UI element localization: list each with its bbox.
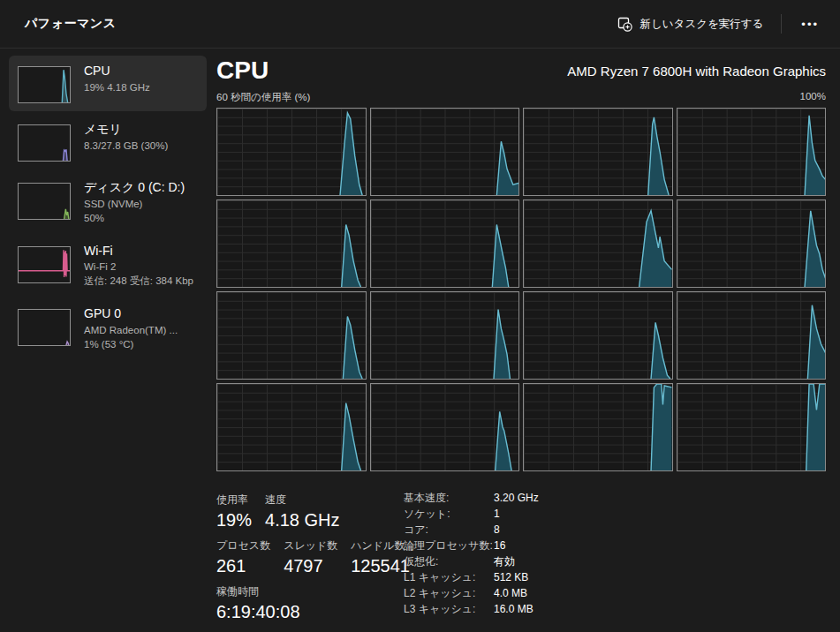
sidebar-item-gpu0[interactable]: GPU 0AMD Radeon(TM) ...1% (53 °C) [9, 298, 207, 359]
memory-mini-graph [18, 124, 71, 162]
ellipsis-icon[interactable]: ••• [792, 14, 828, 34]
content-area: CPU19% 4.18 GHzメモリ8.3/27.8 GB (30%)ディスク … [0, 48, 840, 632]
graph-caption-row: 60 秒間の使用率 (%) 100% [216, 91, 826, 104]
top-bar: パフォーマンス 新しいタスクを実行する ••• [0, 0, 840, 48]
toolbar-separator [781, 14, 782, 34]
stat-value: 261 [216, 556, 270, 576]
sidebar-item-cpu[interactable]: CPU19% 4.18 GHz [9, 56, 207, 111]
cpu-stats-dynamic: 使用率19%速度4.18 GHzプロセス数261スレッド数4797ハンドル数12… [216, 493, 404, 630]
logical-processor-15-graph[interactable] [523, 383, 673, 471]
sidebar-item-title: Wi-Fi [84, 244, 193, 260]
sidebar-item-title: メモリ [84, 122, 168, 138]
sidebar-item-subline: 8.3/27.8 GB (30%) [84, 139, 168, 153]
logical-processor-13-graph[interactable] [216, 383, 367, 471]
sidebar-item-text: Wi-FiWi-Fi 2送信: 248 受信: 384 Kbp [84, 244, 193, 289]
gpu0-mini-graph [18, 309, 71, 346]
logical-processor-2-graph[interactable] [370, 108, 520, 196]
task-manager-window: パフォーマンス 新しいタスクを実行する ••• CPU19% 4.18 GHzメ… [0, 0, 840, 632]
static-stat-label: コア: [404, 524, 494, 535]
cpu-stats-static: 基本速度:3.20 GHzソケット:1コア:8論理プロセッサ数:16仮想化:有効… [404, 493, 539, 630]
stat-cell: プロセス数261 [216, 538, 270, 576]
run-new-task-label: 新しいタスクを実行する [640, 17, 764, 32]
static-stat-label: 論理プロセッサ数: [404, 540, 494, 551]
sidebar-item-disk0[interactable]: ディスク 0 (C: D:)SSD (NVMe)50% [9, 172, 207, 233]
graph-caption-right: 100% [800, 91, 826, 104]
stat-value: 4.18 GHz [265, 510, 339, 530]
window-plus-icon [617, 17, 632, 32]
sidebar: CPU19% 4.18 GHzメモリ8.3/27.8 GB (30%)ディスク … [9, 56, 207, 362]
cpu-model-name: AMD Ryzen 7 6800H with Radeon Graphics [567, 64, 826, 79]
sidebar-item-subline: SSD (NVMe) [84, 197, 185, 211]
cpu-panel-title: CPU [216, 57, 269, 83]
logical-processor-14-graph[interactable] [370, 383, 520, 471]
disk0-mini-graph [18, 183, 71, 220]
static-stat-label: 基本速度: [404, 493, 494, 503]
stat-label: 使用率 [216, 493, 252, 508]
static-stat-label: L2 キャッシュ: [404, 588, 494, 598]
sidebar-item-subline: 19% 4.18 GHz [84, 80, 150, 94]
static-stat-value: 16 [494, 540, 539, 551]
logical-processor-11-graph[interactable] [523, 291, 673, 380]
wifi-mini-graph [18, 246, 71, 283]
sidebar-item-memory[interactable]: メモリ8.3/27.8 GB (30%) [9, 114, 207, 169]
sidebar-item-title: ディスク 0 (C: D:) [84, 180, 185, 196]
logical-processor-1-graph[interactable] [216, 108, 367, 196]
sidebar-item-text: CPU19% 4.18 GHz [84, 64, 150, 94]
static-stat-value: 8 [494, 524, 539, 535]
cpu-stats: 使用率19%速度4.18 GHzプロセス数261スレッド数4797ハンドル数12… [216, 493, 826, 630]
stat-cell: 速度4.18 GHz [265, 493, 339, 530]
sidebar-item-wifi[interactable]: Wi-FiWi-Fi 2送信: 248 受信: 384 Kbp [9, 236, 207, 297]
logical-processor-9-graph[interactable] [216, 291, 367, 380]
static-stat-label: L1 キャッシュ: [404, 572, 494, 583]
stat-label: スレッド数 [284, 538, 337, 553]
logical-processor-4-graph[interactable] [677, 108, 827, 196]
sidebar-item-subline: 1% (53 °C) [84, 337, 178, 351]
stats-row: プロセス数261スレッド数4797ハンドル数125541 [216, 538, 404, 576]
sidebar-item-text: GPU 0AMD Radeon(TM) ...1% (53 °C) [84, 306, 178, 351]
sidebar-item-text: ディスク 0 (C: D:)SSD (NVMe)50% [84, 180, 185, 225]
logical-processor-5-graph[interactable] [216, 199, 367, 288]
logical-processor-grid [216, 108, 826, 471]
cpu-mini-graph [18, 66, 71, 103]
logical-processor-8-graph[interactable] [677, 199, 827, 288]
static-stat-label: ソケット: [404, 508, 494, 519]
stat-cell: スレッド数4797 [284, 538, 337, 576]
stat-cell: 使用率19% [216, 493, 252, 530]
sidebar-item-subline: 50% [84, 211, 185, 225]
static-stat-label: L3 キャッシュ: [404, 604, 494, 614]
stat-label: 速度 [265, 493, 339, 508]
static-stat-value: 1 [494, 508, 539, 519]
logical-processor-7-graph[interactable] [523, 199, 673, 288]
page-title: パフォーマンス [25, 16, 116, 32]
stats-row: 稼働時間6:19:40:08 [216, 584, 404, 622]
sidebar-item-text: メモリ8.3/27.8 GB (30%) [84, 122, 168, 153]
static-stat-value: 16.0 MB [494, 604, 539, 614]
sidebar-item-subline: 送信: 248 受信: 384 Kbp [84, 274, 193, 288]
stat-label: 稼働時間 [216, 584, 300, 599]
cpu-panel-header: CPU AMD Ryzen 7 6800H with Radeon Graphi… [216, 57, 826, 83]
stat-label: プロセス数 [216, 538, 270, 553]
graph-caption-left: 60 秒間の使用率 (%) [216, 91, 310, 104]
stats-row: 使用率19%速度4.18 GHz [216, 493, 404, 530]
static-stat-value: 4.0 MB [494, 588, 539, 598]
stat-value: 4797 [284, 556, 337, 576]
stat-label: ハンドル数 [351, 538, 410, 553]
run-new-task-button[interactable]: 新しいタスクを実行する [610, 11, 771, 37]
top-bar-actions: 新しいタスクを実行する ••• [610, 11, 829, 37]
sidebar-item-title: CPU [84, 64, 150, 79]
logical-processor-10-graph[interactable] [370, 291, 520, 380]
logical-processor-6-graph[interactable] [370, 199, 520, 288]
stat-cell: 稼働時間6:19:40:08 [216, 584, 300, 622]
sidebar-item-subline: AMD Radeon(TM) ... [84, 323, 178, 337]
stat-value: 6:19:40:08 [216, 602, 300, 622]
logical-processor-12-graph[interactable] [677, 291, 827, 380]
stat-value: 19% [216, 510, 252, 530]
logical-processor-16-graph[interactable] [677, 383, 827, 471]
stat-cell: ハンドル数125541 [351, 538, 410, 576]
stat-value: 125541 [351, 556, 410, 576]
cpu-panel: CPU AMD Ryzen 7 6800H with Radeon Graphi… [216, 49, 826, 630]
logical-processor-3-graph[interactable] [523, 108, 673, 196]
sidebar-item-title: GPU 0 [84, 306, 178, 322]
static-stat-label: 仮想化: [404, 556, 494, 567]
static-stat-value: 有効 [494, 556, 539, 567]
